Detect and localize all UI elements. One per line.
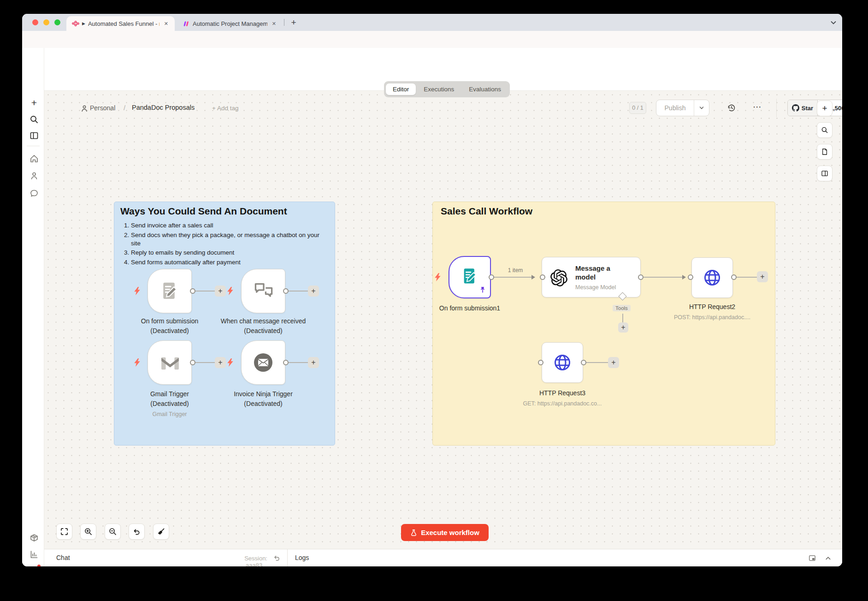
output-port[interactable] [283,360,289,365]
add-node-button[interactable]: + [308,357,319,368]
minimize-window-button[interactable] [43,19,49,25]
zoom-to-fit-button[interactable] [56,524,72,540]
tab-automatic-project-management[interactable]: Automatic Project Manageme ✕ [177,16,283,31]
browser-window: ▶ Automated Sales Funnel - n ✕ Automatic… [22,14,842,566]
connection-wire [737,277,757,278]
zoom-out-button[interactable] [105,524,121,540]
help-notification-dot [37,565,41,566]
github-star-button[interactable]: Star [788,100,818,116]
panel-toggle-icon[interactable] [30,131,39,140]
output-port[interactable] [581,360,586,365]
undo-button[interactable] [129,524,145,540]
publish-split-button[interactable]: Publish [656,100,709,116]
undo-icon [133,528,141,536]
add-tool-button[interactable]: + [618,322,628,333]
node-subtitle: Gmail Trigger [124,410,216,419]
output-port[interactable] [283,288,289,294]
tools-label: Tools [613,305,631,311]
input-port[interactable] [540,274,545,280]
node-when-chat-message-received[interactable] [241,269,285,313]
node-on-form-submission[interactable] [148,269,192,313]
n8n-sidebar: + [22,48,44,566]
node-message-a-model[interactable]: Message a model Message Model [542,257,641,298]
zoom-in-icon [84,528,92,536]
tab-title: Automatic Project Manageme [193,20,267,27]
close-window-button[interactable] [32,19,38,25]
tab-search-chevron-icon[interactable] [830,19,837,26]
sticky-note-yellow[interactable]: Sales Call Workflow [432,202,775,446]
chat-panel-label[interactable]: Chat [56,554,70,561]
canvas-search-button[interactable] [817,122,833,138]
flask-icon [410,529,417,536]
collapse-panel-chevron-icon[interactable] [825,555,832,562]
add-node-button[interactable]: + [215,286,226,297]
new-tab-button[interactable]: + [288,17,299,28]
canvas-panel-button[interactable] [817,166,833,181]
add-workflow-button[interactable]: + [30,98,39,107]
gmail-icon [159,356,181,371]
fullscreen-window-button[interactable] [54,19,60,25]
connection-wire [494,277,531,278]
node-http-request2[interactable] [691,257,733,298]
node-http-request3[interactable] [542,342,583,383]
chat-bubble-icon[interactable] [30,189,39,198]
tab-editor[interactable]: Editor [386,83,416,95]
tidy-up-button[interactable] [153,524,169,540]
broom-icon [157,528,165,536]
search-icon[interactable] [30,115,39,124]
canvas-add-node-button[interactable]: + [817,101,833,116]
add-node-button[interactable]: + [308,286,319,297]
sticky-list: Send invoice after a sales call Send doc… [121,221,326,268]
publish-label[interactable]: Publish [656,100,694,116]
workflow-history-icon[interactable] [727,103,736,113]
add-tag-button[interactable]: + Add tag [212,105,238,112]
output-port[interactable] [731,274,737,280]
add-node-button[interactable]: + [757,271,768,282]
output-port[interactable] [190,360,195,365]
openai-icon [550,269,567,286]
input-port[interactable] [538,360,543,365]
tab-close-icon[interactable]: ✕ [270,20,278,28]
input-port[interactable] [688,274,693,280]
node-inline-title: Message a model [575,264,626,281]
open-chat-panel-icon[interactable] [809,554,816,562]
logs-panel-label[interactable]: Logs [295,554,309,561]
connection-wire [195,362,215,363]
form-icon [461,267,479,286]
node-gmail-trigger[interactable] [148,340,192,385]
output-port[interactable] [638,274,644,280]
node-invoice-ninja-trigger[interactable] [241,340,285,385]
github-star-widget[interactable]: Star 181,500 [787,100,842,116]
insights-chart-icon[interactable] [30,550,39,559]
add-node-button[interactable]: + [608,357,619,368]
overview-home-icon[interactable] [30,154,39,163]
reset-session-icon[interactable] [273,554,280,561]
tab-executions[interactable]: Executions [417,83,461,95]
zoom-in-button[interactable] [80,524,96,540]
workflow-name[interactable]: PandaDoc Proposals [132,104,195,111]
node-label: On form submission1 [424,303,516,313]
more-options-button[interactable]: ⋯ [753,101,762,112]
list-item: Reply to emails by sending document [131,249,326,257]
execute-workflow-button[interactable]: Execute workflow [401,524,489,541]
output-port[interactable] [489,274,494,280]
monday-favicon [183,20,190,27]
breadcrumb-project[interactable]: Personal [90,104,115,112]
node-subtitle: POST: https://api.pandadoc.... [666,313,758,322]
publish-dropdown[interactable] [694,100,709,116]
canvas-sticky-note-button[interactable] [817,144,833,160]
add-node-button[interactable]: + [215,357,226,368]
personal-user-icon[interactable] [30,171,39,180]
templates-package-icon[interactable] [30,533,39,542]
tab-close-icon[interactable]: ✕ [162,20,170,28]
tab-automated-sales-funnel[interactable]: ▶ Automated Sales Funnel - n ✕ [66,16,175,31]
breadcrumb-separator: / [124,104,125,112]
output-port[interactable] [190,288,195,294]
node-title: On form submission [124,316,216,326]
publish-count-badge: 0 / 1 [629,102,646,114]
chat-session-id[interactable]: Session: aaa83... [221,555,267,566]
connection-arrowhead [531,275,535,280]
connection-wire [586,362,608,363]
tab-evaluations[interactable]: Evaluations [462,83,508,95]
node-on-form-submission1[interactable] [449,256,491,298]
